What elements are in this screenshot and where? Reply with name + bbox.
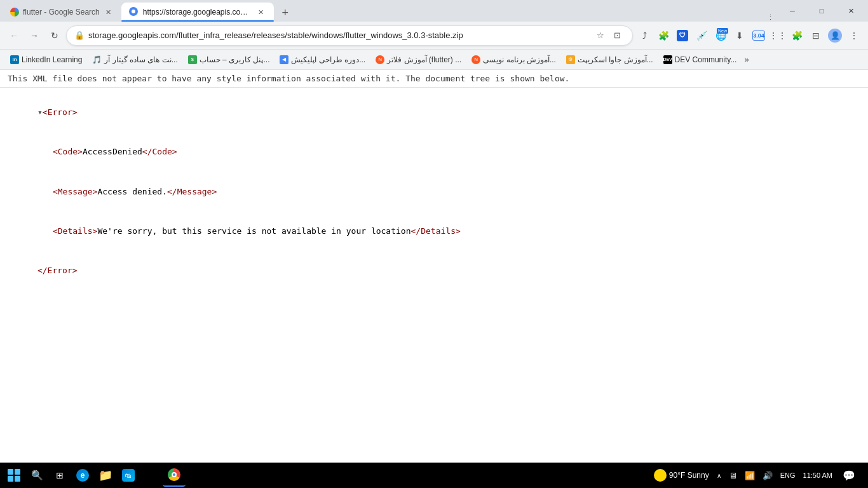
maximize-button[interactable]: □ [807, 0, 836, 22]
bookmark-design[interactable]: ◀ دوره طراحی اپلیکیش... [275, 54, 370, 65]
menu-icon: ⋮ [850, 30, 858, 41]
close-button[interactable]: ✕ [836, 0, 865, 22]
bitwarden-icon: 🛡 [677, 30, 688, 41]
edge-icon: e [76, 469, 89, 482]
dev-favicon: DEV [663, 55, 672, 64]
sidepanel-icon: ⊟ [812, 30, 820, 41]
taskbar-system: 90°F Sunny ∧ 🖥 📶 🔊 ENG [646, 464, 865, 487]
tab-close-2[interactable]: ✕ [256, 7, 266, 17]
metric-button[interactable]: 3.04 [750, 27, 768, 44]
share-button[interactable]: ⤴ [635, 27, 653, 44]
taskbar-mail-button[interactable]: ✉ [140, 464, 163, 487]
bookmark-label-panel: پنل کاربری – حساب... [200, 55, 270, 64]
taskbar-search-button[interactable]: 🔍 [25, 464, 48, 487]
bitwarden-button[interactable]: 🛡 [674, 27, 691, 44]
weather-text: 90°F Sunny [669, 471, 709, 480]
toolbar-actions: ⤴ 🧩 🛡 💉 🌐 New ⬇ [635, 27, 863, 44]
bookmark-label-flutter: آموزش فلاتر (flutter) ... [387, 55, 461, 64]
weather-sun-icon [654, 469, 667, 482]
download-button[interactable]: ⬇ [731, 27, 749, 44]
bookmark-dev[interactable]: DEV DEV Community... [658, 54, 742, 65]
notification-icon: 💬 [843, 470, 855, 482]
window-controls: ─ □ ✕ [778, 0, 868, 22]
read-mode-button[interactable]: ⊡ [609, 28, 625, 43]
tab-storage[interactable]: https://storage.googleapis.com/... ✕ [121, 3, 274, 22]
win-logo-bl [8, 476, 13, 482]
taskbar-chrome-button[interactable] [163, 464, 186, 487]
bookmark-star-button[interactable]: ☆ [593, 28, 608, 43]
language-text: ENG [780, 471, 796, 479]
win-logo-tl [8, 469, 13, 475]
time-text: 11:50 AM [803, 471, 832, 479]
minimize-button[interactable]: ─ [778, 0, 807, 22]
apps-button[interactable]: ⋮⋮ [769, 27, 787, 44]
taskbar-explorer-button[interactable]: 📁 [94, 464, 117, 487]
forward-button[interactable]: → [25, 27, 43, 44]
xml-tag-error: Error [48, 107, 72, 117]
xml-details-value: We're sorry, but this service is not ava… [97, 226, 410, 236]
search-icon: 🔍 [31, 470, 43, 481]
taskbar-edge-button[interactable]: e [71, 464, 94, 487]
bookmarks-overflow-button[interactable]: » [742, 53, 751, 65]
language-button[interactable]: ENG [778, 464, 798, 487]
back-button[interactable]: ← [5, 27, 23, 44]
bookmarks-bar: in LinkedIn Learning 🎵 نت های ساده گیتار… [0, 50, 868, 70]
flutter-favicon: N [376, 55, 384, 64]
weather-widget[interactable]: 90°F Sunny [651, 469, 712, 482]
tab-flutter-search[interactable]: flutter - Google Search ✕ [3, 3, 121, 22]
task-view-button[interactable]: ⊞ [48, 464, 71, 487]
download-icon: ⬇ [736, 30, 743, 41]
bookmark-linkedin[interactable]: in LinkedIn Learning [5, 54, 87, 65]
bookmark-label-programming: آموزش برنامه نویسی... [483, 55, 556, 64]
eyedropper-button[interactable]: 💉 [693, 27, 710, 44]
start-button[interactable] [3, 464, 25, 487]
wifi-button[interactable]: 📶 [742, 464, 757, 487]
xml-line-5: </Error> [8, 252, 860, 291]
time-display[interactable]: 11:50 AM [801, 471, 835, 479]
notification-button[interactable]: 💬 [837, 464, 860, 487]
xml-close-bracket-1: > [72, 107, 78, 117]
tab-close-1[interactable]: ✕ [104, 7, 114, 17]
new-tab-button[interactable]: + [276, 4, 294, 22]
bookmark-panel[interactable]: $ پنل کاربری – حساب... [183, 54, 275, 65]
extensions-button[interactable]: 🧩 [788, 27, 806, 44]
address-bar[interactable]: 🔒 storage.googleapis.com/flutter_infra_r… [66, 25, 633, 46]
win-logo-br [15, 476, 20, 482]
mail-icon: ✉ [147, 468, 156, 482]
xml-message-open: <Message> [53, 187, 97, 196]
sidepanel-button[interactable]: ⊟ [807, 27, 825, 44]
profile-button[interactable]: 👤 [826, 27, 844, 44]
prog-favicon: N [471, 55, 480, 64]
close-icon: ✕ [848, 7, 854, 15]
volume-button[interactable]: 🔊 [760, 464, 775, 487]
puzzle-icon: 🧩 [658, 30, 669, 41]
network-button[interactable]: 🖥 [726, 464, 740, 487]
win-logo-tr [15, 469, 20, 475]
xml-line-1: ▾<Error> [8, 93, 860, 132]
translate-button[interactable]: 🌐 New [712, 27, 729, 44]
content-area: ▾<Error> <Code>AccessDenied</Code> <Mess… [0, 88, 868, 488]
toggle-icon[interactable]: ▾ [37, 107, 43, 117]
wifi-icon: 📶 [745, 471, 755, 480]
xml-details-open: <Details> [53, 226, 97, 236]
back-icon: ← [10, 30, 18, 41]
tab-scroll-right[interactable]: ⋮ [763, 13, 778, 22]
xml-details-close: </Details> [411, 226, 461, 236]
xml-message-value: Access denied. [97, 187, 167, 196]
taskbar-store-button[interactable]: 🛍 [117, 464, 140, 487]
chevron-up-icon: ∧ [717, 472, 721, 479]
bookmark-label-design: دوره طراحی اپلیکیش... [291, 55, 365, 64]
panel-favicon: $ [188, 55, 197, 64]
menu-button[interactable]: ⋮ [845, 27, 863, 44]
bookmark-programming[interactable]: N آموزش برنامه نویسی... [466, 54, 561, 65]
tab-label-1: flutter - Google Search [23, 8, 100, 17]
bookmark-flutter[interactable]: N آموزش فلاتر (flutter) ... [370, 54, 466, 65]
reload-button[interactable]: ↻ [46, 27, 64, 44]
chrome-icon [168, 468, 180, 481]
xml-line-3: <Message>Access denied.</Message> [8, 172, 860, 212]
show-hidden-button[interactable]: ∧ [714, 464, 724, 487]
bookmark-guitar[interactable]: 🎵 نت های ساده گیتار آر... [87, 54, 182, 65]
extension-puzzlepiece-button[interactable]: 🧩 [654, 27, 672, 44]
share-icon: ⤴ [642, 30, 647, 41]
bookmark-java[interactable]: ⚙ آموزش جاوا اسکریپت... [561, 54, 658, 65]
